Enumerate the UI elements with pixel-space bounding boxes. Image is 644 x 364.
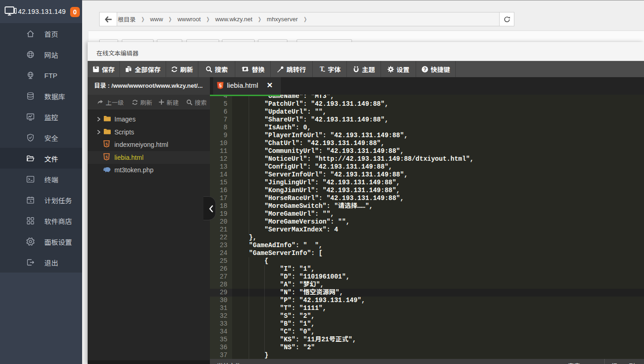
svg-text:?: ? (423, 67, 426, 72)
svg-text:5: 5 (106, 142, 108, 146)
svg-text:5: 5 (219, 83, 222, 88)
svg-text:5: 5 (106, 154, 108, 159)
